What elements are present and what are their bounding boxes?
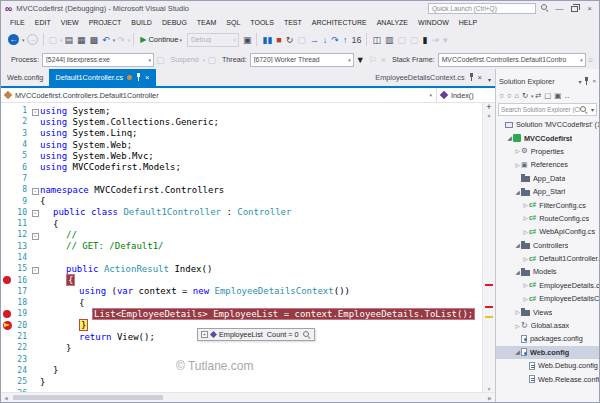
expander-icon[interactable]: ▷ xyxy=(522,296,529,302)
add-item-icon[interactable]: ▤ xyxy=(65,35,74,45)
glyph-margin[interactable] xyxy=(1,252,13,263)
tree-item[interactable]: Solution 'MVCCodefirst' (1 project) xyxy=(496,118,599,131)
continue-button[interactable]: ▶ Continue ▾ xyxy=(140,35,182,44)
tree-item[interactable]: ◢MVCCodefirst xyxy=(496,131,599,144)
tab-web-config[interactable]: Web.config xyxy=(1,69,49,86)
breakpoint-icon[interactable] xyxy=(3,310,11,318)
search-icon[interactable] xyxy=(580,106,588,114)
expander-icon[interactable]: ◢ xyxy=(514,349,521,355)
glyph-margin[interactable] xyxy=(1,229,13,240)
glyph-margin[interactable] xyxy=(1,342,13,353)
se-sync-icon[interactable]: ⇄ xyxy=(535,91,541,100)
menu-test[interactable]: TEST xyxy=(279,19,307,26)
show-next-statement-icon[interactable]: → xyxy=(310,35,319,45)
output-window-icon[interactable]: ▢ xyxy=(397,35,406,45)
tree-item[interactable]: Web.Release.config xyxy=(496,372,599,385)
horizontal-scrollbar[interactable]: ◀ ▶ xyxy=(1,392,495,402)
se-properties-icon[interactable]: ▣ xyxy=(554,91,561,100)
menu-tools[interactable]: TOOLS xyxy=(245,19,279,26)
immediate-window-icon[interactable]: ▥ xyxy=(385,35,394,45)
step-out-icon[interactable]: ↑ xyxy=(343,35,348,45)
redo-icon[interactable]: ↷ xyxy=(117,35,125,45)
scrollbar-track[interactable] xyxy=(11,393,485,402)
solution-explorer-search[interactable]: Search Solution Explorer (Ctrl+;) ▾ xyxy=(498,103,597,116)
menu-sql[interactable]: SQL xyxy=(221,19,245,26)
menu-architecture[interactable]: ARCHITECTURE xyxy=(307,19,372,26)
expander-icon[interactable]: ▷ xyxy=(522,215,529,221)
expander-icon[interactable]: ▷ xyxy=(522,256,529,262)
glyph-margin[interactable] xyxy=(1,331,13,342)
fold-margin[interactable]: - xyxy=(30,230,40,240)
debug-target-combo[interactable]: Debug ▾ xyxy=(187,33,239,47)
collapse-icon[interactable]: - xyxy=(32,188,39,195)
stop-icon[interactable]: ■ xyxy=(276,35,281,45)
glyph-margin[interactable] xyxy=(1,365,13,376)
glyph-margin[interactable] xyxy=(1,286,13,297)
tree-item[interactable]: ▷Views xyxy=(496,305,599,318)
glyph-margin[interactable] xyxy=(1,150,13,161)
tree-item[interactable]: ▷c#EmployeeDetailsContext.cs xyxy=(496,292,599,305)
glyph-margin[interactable] xyxy=(1,241,13,252)
glyph-margin[interactable] xyxy=(1,116,13,127)
menu-view[interactable]: VIEW xyxy=(56,19,84,26)
glyph-margin[interactable] xyxy=(1,320,13,331)
tree-item[interactable]: ◢Models xyxy=(496,265,599,278)
menu-team[interactable]: TEAM xyxy=(192,19,221,26)
breakpoint-icon[interactable] xyxy=(3,276,11,284)
expander-icon[interactable]: ▷ xyxy=(522,282,529,288)
expand-icon[interactable]: + xyxy=(201,331,208,338)
tree-item[interactable]: App_Data xyxy=(496,172,599,185)
se-show-all-files-icon[interactable]: ▢ xyxy=(544,91,551,100)
menu-file[interactable]: FILE xyxy=(5,19,30,26)
diagnostics-icon[interactable]: ▢ xyxy=(297,35,306,45)
thread-combo[interactable]: [6720] Worker Thread ▾ xyxy=(250,53,354,67)
expander-icon[interactable]: ◢ xyxy=(514,189,521,195)
break-all-icon[interactable]: ▮▮ xyxy=(262,35,272,45)
tab-default1controller[interactable]: Default1Controller.cs × xyxy=(49,69,155,86)
breakpoints-window-icon[interactable]: ◫ xyxy=(372,35,381,45)
undo-icon[interactable]: ↶ xyxy=(102,35,110,45)
chevron-down-icon[interactable]: ▾ xyxy=(591,106,594,113)
minimize-button[interactable]: — xyxy=(553,4,566,13)
se-overflow-icon[interactable]: ‥ xyxy=(564,91,569,100)
menu-window[interactable]: WINDOW xyxy=(413,19,454,26)
se-forward-icon[interactable]: ○ xyxy=(507,91,512,100)
close-icon[interactable]: × xyxy=(592,78,596,84)
expander-icon[interactable]: ◢ xyxy=(506,135,513,141)
menu-help[interactable]: HELP xyxy=(454,19,482,26)
code-editor[interactable]: 1-using System;2using System.Collections… xyxy=(1,103,482,392)
hex-display-icon[interactable]: 16 xyxy=(351,35,361,45)
step-over-icon[interactable]: ↷ xyxy=(331,35,339,45)
expander-icon[interactable]: ◢ xyxy=(514,269,521,275)
glyph-margin[interactable] xyxy=(1,376,13,387)
cursor-icon[interactable]: ▮ xyxy=(422,35,427,45)
stack-frame-combo[interactable]: MVCCodefirst.Controllers.Default1Contro … xyxy=(438,53,586,67)
chevron-down-icon[interactable]: ▾ xyxy=(578,78,581,85)
tree-item[interactable]: ◢App_Start xyxy=(496,185,599,198)
restart-icon[interactable]: ↻ xyxy=(286,35,294,45)
solution-explorer-header[interactable]: Solution Explorer ▾ × xyxy=(496,74,599,88)
fold-margin[interactable]: - xyxy=(30,264,40,274)
menu-edit[interactable]: EDIT xyxy=(30,19,56,26)
navigate-back-icon[interactable]: ← xyxy=(8,34,19,45)
indent-icon[interactable]: ⇥ xyxy=(431,35,439,45)
tree-item[interactable]: ▷⚙Properties xyxy=(496,145,599,158)
vertical-scrollbar[interactable]: + ▲ ▼ xyxy=(482,103,495,392)
se-home-icon[interactable]: ⌂ xyxy=(515,91,520,100)
expander-icon[interactable]: ▷ xyxy=(514,323,521,329)
glyph-margin[interactable] xyxy=(1,274,13,285)
glyph-margin[interactable] xyxy=(1,354,13,365)
collapse-icon[interactable]: - xyxy=(32,210,39,217)
watch-window-icon[interactable]: ▢ xyxy=(410,35,419,45)
scroll-right-icon[interactable]: ▶ xyxy=(485,395,495,401)
menu-debug[interactable]: DEBUG xyxy=(157,19,192,26)
glyph-margin[interactable] xyxy=(1,105,13,116)
type-dropdown[interactable]: MVCCodefirst.Controllers.Default1Control… xyxy=(1,88,437,102)
collapse-icon[interactable]: - xyxy=(32,109,39,116)
glyph-margin[interactable] xyxy=(1,263,13,274)
pin-icon[interactable] xyxy=(469,73,474,82)
toolbar-overflow-icon[interactable]: ▾ xyxy=(443,35,448,45)
fold-margin[interactable]: - xyxy=(30,185,40,195)
tree-item[interactable]: ▷c#WebApiConfig.cs xyxy=(496,225,599,238)
tree-item[interactable]: ◢Controllers xyxy=(496,239,599,252)
